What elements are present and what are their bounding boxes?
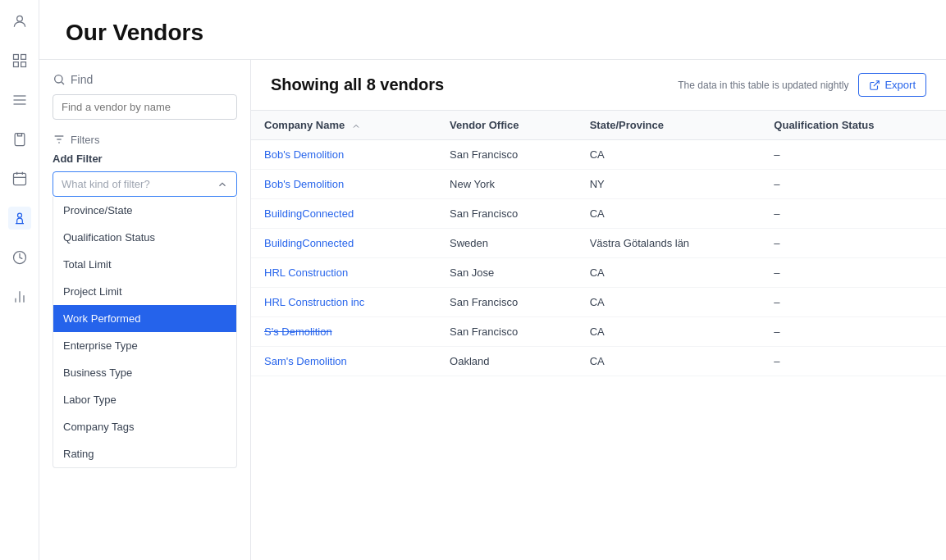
icon-nav	[0, 0, 39, 560]
main-area: Our Vendors Find Filters Add Filter	[39, 0, 946, 560]
page-title: Our Vendors	[66, 20, 920, 46]
filter-item-work-performed[interactable]: Work Performed	[53, 305, 236, 332]
state-cell: CA	[577, 258, 761, 288]
svg-rect-4	[21, 62, 25, 67]
qual-status-cell: –	[761, 258, 946, 288]
svg-rect-8	[15, 134, 25, 146]
col-company-name[interactable]: Company Name	[251, 111, 436, 140]
clipboard-nav-icon[interactable]	[8, 128, 31, 151]
stamp-nav-icon[interactable]	[8, 207, 31, 230]
company-name-cell[interactable]: Bob's Demolition	[251, 140, 436, 170]
filters-label: Filters	[53, 133, 237, 146]
qual-status-cell: –	[761, 317, 946, 347]
top-header: Our Vendors	[39, 0, 946, 60]
export-icon	[869, 80, 880, 91]
table-row: HRL Construction inc San Francisco CA –	[251, 288, 946, 317]
filter-item-rating[interactable]: Rating	[53, 440, 236, 467]
company-name-cell[interactable]: BuildingConnected	[251, 199, 436, 229]
sort-icon	[351, 121, 361, 131]
qual-status-cell: –	[761, 199, 946, 229]
vendors-table: Company Name Vendor Office State/Provinc…	[251, 110, 946, 376]
table-row: BuildingConnected San Francisco CA –	[251, 199, 946, 229]
export-label: Export	[884, 79, 916, 91]
col-vendor-office[interactable]: Vendor Office	[436, 111, 577, 140]
filter-item-enterprise-type[interactable]: Enterprise Type	[53, 332, 236, 359]
state-cell: CA	[577, 140, 761, 170]
qual-status-cell: –	[761, 170, 946, 199]
filter-item-qualification[interactable]: Qualification Status	[53, 224, 236, 251]
table-row: Bob's Demolition New York NY –	[251, 170, 946, 199]
grid-nav-icon[interactable]	[8, 49, 31, 72]
add-filter-label: Add Filter	[53, 153, 237, 165]
table-row: S's Demolition San Francisco CA –	[251, 317, 946, 347]
state-cell: Västra Götalands län	[577, 229, 761, 258]
table-row: BuildingConnected Sweden Västra Götaland…	[251, 229, 946, 258]
list-nav-icon[interactable]	[8, 89, 31, 112]
company-name-cell[interactable]: Sam's Demolition	[251, 347, 436, 376]
find-section: Find	[53, 73, 237, 86]
state-cell: CA	[577, 199, 761, 229]
vendor-office-cell: San Jose	[436, 258, 577, 288]
svg-line-19	[62, 82, 64, 84]
filter-item-total-limit[interactable]: Total Limit	[53, 251, 236, 278]
svg-line-23	[874, 80, 879, 85]
content-row: Find Filters Add Filter What kind of fil…	[39, 60, 946, 560]
table-row: HRL Construction San Jose CA –	[251, 258, 946, 288]
table-row: Bob's Demolition San Francisco CA –	[251, 140, 946, 170]
clock-nav-icon[interactable]	[8, 246, 31, 269]
filter-item-labor-type[interactable]: Labor Type	[53, 386, 236, 413]
vendor-office-cell: Oakland	[436, 347, 577, 376]
chevron-up-icon	[217, 179, 228, 190]
qual-status-cell: –	[761, 140, 946, 170]
chart-nav-icon[interactable]	[8, 285, 31, 308]
table-body: Bob's Demolition San Francisco CA – Bob'…	[251, 140, 946, 376]
filters-text: Filters	[71, 134, 99, 146]
col-qualification-status[interactable]: Qualification Status	[761, 111, 946, 140]
find-input[interactable]	[53, 94, 237, 120]
filter-dropdown-header[interactable]: What kind of filter?	[53, 171, 237, 197]
svg-point-18	[55, 75, 62, 83]
dropdown-placeholder: What kind of filter?	[62, 178, 150, 190]
table-area: Showing all 8 vendors The data in this t…	[251, 60, 946, 560]
state-cell: CA	[577, 288, 761, 317]
svg-point-0	[16, 16, 22, 21]
filter-icon	[53, 133, 66, 146]
vendor-office-cell: San Francisco	[436, 140, 577, 170]
table-meta: The data in this table is updated nightl…	[678, 73, 926, 97]
export-button[interactable]: Export	[858, 73, 926, 97]
nightly-note: The data in this table is updated nightl…	[678, 80, 848, 91]
vendor-office-cell: San Francisco	[436, 317, 577, 347]
showing-text: Showing all 8 vendors	[271, 75, 444, 94]
filter-item-company-tags[interactable]: Company Tags	[53, 413, 236, 440]
user-nav-icon[interactable]	[8, 10, 31, 33]
svg-rect-1	[13, 55, 18, 60]
company-name-cell[interactable]: Bob's Demolition	[251, 170, 436, 199]
svg-rect-3	[13, 62, 18, 67]
filter-item-province[interactable]: Province/State	[53, 197, 236, 224]
state-cell: NY	[577, 170, 761, 199]
table-header-bar: Showing all 8 vendors The data in this t…	[251, 60, 946, 110]
vendor-office-cell: San Francisco	[436, 199, 577, 229]
company-name-cell[interactable]: S's Demolition	[251, 317, 436, 347]
filter-item-project-limit[interactable]: Project Limit	[53, 278, 236, 305]
vendor-office-cell: New York	[436, 170, 577, 199]
company-name-cell[interactable]: HRL Construction	[251, 258, 436, 288]
find-label: Find	[71, 73, 93, 86]
col-state-province[interactable]: State/Province	[577, 111, 761, 140]
filter-item-business-type[interactable]: Business Type	[53, 359, 236, 386]
table-row: Sam's Demolition Oakland CA –	[251, 347, 946, 376]
company-name-cell[interactable]: BuildingConnected	[251, 229, 436, 258]
qual-status-cell: –	[761, 347, 946, 376]
filter-dropdown: What kind of filter? Province/State Qual…	[53, 171, 237, 468]
calendar-nav-icon[interactable]	[8, 167, 31, 190]
data-table: Company Name Vendor Office State/Provinc…	[251, 110, 946, 560]
state-cell: CA	[577, 317, 761, 347]
svg-rect-9	[13, 173, 25, 184]
filter-dropdown-list: Province/State Qualification Status Tota…	[53, 197, 237, 468]
table-header-row: Company Name Vendor Office State/Provinc…	[251, 111, 946, 140]
search-icon	[53, 73, 66, 86]
vendor-office-cell: Sweden	[436, 229, 577, 258]
svg-point-13	[17, 213, 21, 217]
qual-status-cell: –	[761, 229, 946, 258]
company-name-cell[interactable]: HRL Construction inc	[251, 288, 436, 317]
